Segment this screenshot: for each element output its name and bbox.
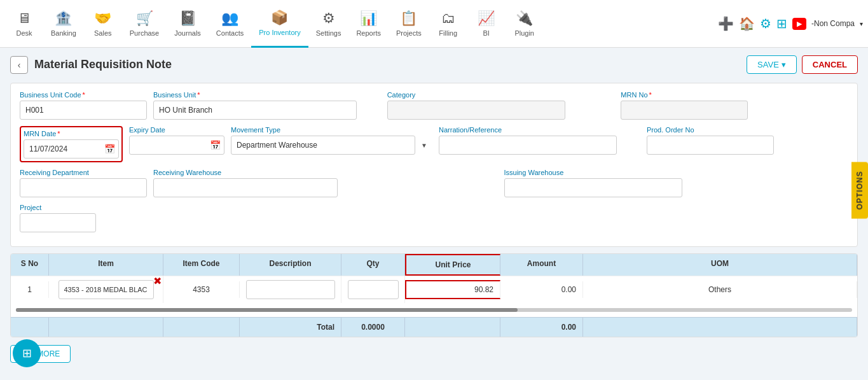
nav-item-desk[interactable]: 🖥 Desk [5, 0, 43, 48]
mrn-date-group: MRN Date 📅 [20, 126, 123, 162]
form-row-2: MRN Date 📅 Expiry Date 📅 Movement Type D… [20, 126, 848, 162]
nav-item-sales[interactable]: 🤝 Sales [84, 0, 122, 48]
nav-item-journals[interactable]: 📓 Journals [167, 0, 209, 48]
qty-input-1[interactable] [348, 280, 399, 299]
col-header-itemcode: Item Code [163, 254, 240, 276]
cell-sno-1: 1 [11, 281, 49, 298]
save-dropdown-icon: ▾ [782, 60, 786, 69]
category-group: Category [387, 91, 615, 120]
receiving-dept-group: Receiving Department [20, 169, 147, 197]
mrn-date-input-wrapper: 📅 [24, 139, 119, 158]
grid-icon[interactable]: ⊞ [776, 16, 787, 31]
delete-row-icon[interactable]: ✖ [153, 276, 162, 287]
youtube-icon[interactable]: ▶ [792, 18, 806, 30]
movement-type-select-wrapper: Department Warehouse [231, 136, 432, 155]
home-icon[interactable]: 🏠 [739, 16, 755, 31]
nav-item-bi[interactable]: 📈 BI [467, 0, 506, 48]
receiving-dept-label: Receiving Department [20, 169, 147, 176]
nav-item-reports[interactable]: 📊 Reports [348, 0, 389, 48]
mrn-date-calendar-icon[interactable]: 📅 [104, 144, 115, 154]
issuing-wh-input[interactable] [504, 178, 682, 197]
form-row-1: Business Unit Code Business Unit Categor… [20, 91, 848, 120]
desk-icon: 🖥 [17, 10, 31, 27]
cell-unitprice-1: 90.82 [405, 280, 500, 299]
mrn-no-input[interactable] [621, 101, 748, 120]
col-header-item: Item [49, 254, 163, 276]
total-qty: 0.0000 [341, 318, 405, 337]
nav-item-plugin[interactable]: 🔌 Plugin [506, 0, 544, 48]
cell-qty-1 [341, 276, 405, 303]
col-header-qty: Qty [341, 254, 405, 276]
cancel-button[interactable]: CANCEL [802, 55, 858, 74]
business-unit-code-label: Business Unit Code [20, 91, 147, 99]
table-total-row: Total 0.0000 0.00 [11, 317, 857, 337]
cell-desc-1 [240, 276, 341, 303]
table-section: S No Item Item Code Description Qty Unit… [10, 253, 858, 337]
table-header-row: S No Item Item Code Description Qty Unit… [11, 254, 857, 276]
category-input[interactable] [387, 101, 565, 120]
business-unit-group: Business Unit [153, 91, 381, 120]
horizontal-scrollbar[interactable] [16, 308, 852, 312]
company-dropdown-arrow[interactable]: ▾ [860, 20, 863, 27]
form-row-3: Receiving Department Receiving Warehouse… [20, 169, 848, 197]
project-input[interactable] [20, 213, 96, 232]
receiving-dept-input[interactable] [20, 178, 147, 197]
narration-input[interactable] [439, 136, 617, 155]
total-uom-cell [583, 318, 857, 337]
nav-item-projects[interactable]: 📋 Projects [389, 0, 429, 48]
nav-item-contacts[interactable]: 👥 Contacts [209, 0, 251, 48]
issuing-wh-group: Issuing Warehouse [504, 169, 849, 197]
expiry-date-input-wrapper: 📅 [129, 136, 224, 155]
nav-item-settings[interactable]: ⚙ Settings [308, 0, 349, 48]
project-label: Project [20, 204, 96, 211]
nav-item-purchase[interactable]: 🛒 Purchase [122, 0, 167, 48]
nav-item-filling[interactable]: 🗂 Filling [429, 0, 467, 48]
nav-item-pro-inventory[interactable]: 📦 Pro Inventory [251, 0, 308, 48]
options-tab[interactable]: OPTIONS [851, 162, 868, 218]
apps-button[interactable]: ⊞ [13, 339, 41, 367]
uom-value: Others [708, 285, 731, 294]
back-icon: ‹ [18, 60, 21, 70]
total-amount: 0.00 [500, 318, 583, 337]
main-content: ‹ Material Requisition Note SAVE ▾ CANCE… [0, 48, 868, 380]
back-button[interactable]: ‹ [10, 56, 28, 74]
total-label-code [163, 318, 240, 337]
business-unit-input[interactable] [153, 101, 357, 120]
prod-order-input[interactable] [647, 136, 774, 155]
total-label-item [49, 318, 163, 337]
business-unit-code-group: Business Unit Code [20, 91, 147, 120]
expiry-date-calendar-icon[interactable]: 📅 [210, 140, 221, 150]
row-sno: 1 [27, 285, 32, 294]
item-input-1[interactable] [59, 280, 154, 299]
apps-grid-icon: ⊞ [22, 346, 32, 360]
save-button[interactable]: SAVE ▾ [747, 55, 797, 74]
nav-item-banking[interactable]: 🏦 Banking [43, 0, 84, 48]
gear-icon[interactable]: ⚙ [760, 16, 771, 31]
total-label-cell [11, 318, 49, 337]
business-unit-code-input[interactable] [20, 101, 147, 120]
cell-amount-1: 0.00 [500, 281, 583, 298]
top-nav: 🖥 Desk 🏦 Banking 🤝 Sales 🛒 Purchase 📓 Jo… [0, 0, 868, 48]
movement-type-select[interactable]: Department Warehouse [231, 136, 415, 155]
contacts-icon: 👥 [221, 10, 238, 27]
nav-right-area: ➕ 🏠 ⚙ ⊞ ▶ -Non Compa ▾ [718, 16, 863, 31]
description-input-1[interactable] [246, 280, 335, 299]
expiry-date-group: Expiry Date 📅 [129, 126, 224, 155]
total-label: Total [240, 318, 341, 337]
form-section: Business Unit Code Business Unit Categor… [10, 83, 858, 247]
item-code-value: 4353 [193, 285, 210, 294]
prod-order-label: Prod. Order No [647, 126, 848, 134]
mrn-date-label: MRN Date [24, 130, 119, 137]
bi-icon: 📈 [478, 10, 495, 27]
col-header-sno: S No [11, 254, 49, 276]
add-icon[interactable]: ➕ [718, 16, 734, 31]
receiving-wh-input[interactable] [153, 178, 338, 197]
sales-icon: 🤝 [94, 10, 111, 27]
page-title: Material Requisition Note [34, 58, 747, 71]
header-actions: SAVE ▾ CANCEL [747, 55, 858, 74]
narration-label: Narration/Reference [439, 126, 640, 134]
company-name: -Non Compa [811, 19, 855, 28]
col-header-unitprice: Unit Price [405, 254, 500, 276]
issuing-wh-label: Issuing Warehouse [504, 169, 849, 176]
mrn-no-label: MRN No [621, 91, 848, 99]
